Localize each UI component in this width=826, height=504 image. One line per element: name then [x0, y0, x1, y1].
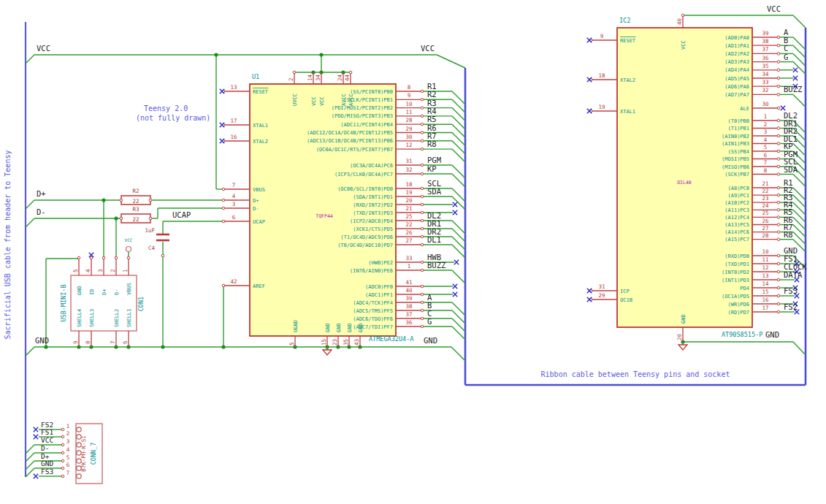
bus-entry [26, 453, 34, 462]
text-label: 36 [405, 319, 413, 326]
pin-endpoint [777, 278, 780, 281]
pin-endpoint [222, 188, 225, 191]
text-label: 5 [66, 454, 70, 461]
text-label: AREF [253, 283, 265, 289]
text-label: XTAL1 [620, 109, 635, 115]
text-label: (ADC7/TDI)PF7 [353, 324, 393, 330]
pin-endpoint [161, 254, 164, 257]
text-label: (AD2)PA2 [724, 51, 749, 57]
text-label: 39 [405, 295, 412, 302]
text-label: PD4 [740, 286, 749, 291]
text-label: (AIN1)PB3 [722, 141, 749, 147]
bus-entry [793, 188, 806, 200]
text-label: (TXD/INT3)PD3 [353, 210, 393, 216]
pin-endpoint [777, 53, 780, 56]
text-label: 18 [405, 181, 413, 188]
pin-endpoint [61, 475, 64, 478]
text-label: 35 [343, 339, 349, 345]
text-label: 11 [405, 109, 412, 115]
text-label: (T1)PB1 [727, 126, 749, 131]
text-label: 43 [353, 339, 360, 345]
bus-entry [26, 200, 34, 209]
text-label: UGND [293, 320, 299, 332]
text-label: 8 [85, 340, 91, 344]
bus-entry [452, 327, 465, 340]
text-label: 12 [762, 264, 768, 271]
text-label: D- [253, 206, 259, 212]
text-label: (RD)PD7 [727, 310, 749, 316]
text-label: (A15)PC7 [724, 237, 749, 243]
text-label: (ADC6/TDO)PF6 [353, 316, 393, 322]
text-label: GND [325, 323, 331, 332]
text-label: 24 [762, 202, 769, 209]
pin-endpoint [777, 270, 780, 273]
text-label: 34 [315, 74, 321, 81]
pin-endpoint [777, 61, 780, 64]
bus-entry [452, 141, 465, 154]
text-label: 4 [66, 446, 70, 453]
net-label-gnd-ic2: GND [765, 330, 779, 339]
text-label: (MISO)PB6 [722, 164, 749, 170]
text-label: 5 [764, 144, 768, 150]
net-label-R1: R1 [427, 82, 437, 91]
net-label-gnd-u1: GND [424, 336, 437, 345]
pin-endpoint [421, 187, 424, 190]
bus-entry [793, 217, 806, 229]
text-label: 30 [405, 134, 413, 140]
text-label: (SS/PCINT0)PB0 [350, 89, 393, 95]
r2-value: 22 [132, 198, 139, 205]
pin-endpoint [777, 36, 780, 39]
text-label: 33 [405, 255, 412, 261]
text-label: (RXD/INT2)PD2 [353, 202, 393, 208]
text-label: (A10)PC2 [724, 200, 749, 206]
text-label: 14 [762, 280, 769, 287]
text-label: 40 [405, 287, 413, 294]
text-label: 28 [762, 232, 769, 239]
text-label: (SCLK/PCINT1)PB1 [344, 97, 393, 103]
net-label-GND: GND [41, 459, 53, 467]
junction-dot [114, 216, 118, 220]
text-label: (HWB)PE2 [368, 260, 393, 266]
text-label: 28 [405, 117, 413, 123]
net-label-FS1: FS1 [41, 428, 53, 436]
text-label: D+ [253, 198, 259, 204]
bus-entry [452, 310, 465, 324]
u1-refdes: U1 [252, 73, 259, 80]
net-label-R3: R3 [427, 99, 437, 107]
pin-endpoint [421, 269, 424, 272]
teensy-note-line2: (not fully drawn) [136, 114, 210, 122]
text-label: (RXD)PD0 [724, 253, 749, 259]
pin-endpoint [115, 256, 118, 259]
text-label: 31 [598, 283, 605, 290]
net-label-R2: R2 [427, 90, 437, 99]
text-label: 8 [764, 167, 768, 174]
text-label: 8 [408, 84, 411, 91]
junction-dot [319, 53, 323, 56]
pin-endpoint [61, 467, 64, 470]
bus-entry [793, 195, 806, 207]
text-label: 2 [288, 77, 294, 81]
text-label: 29 [598, 292, 605, 299]
text-label: 32 [405, 167, 412, 173]
text-label: (SS)PB4 [727, 149, 749, 155]
pin-endpoint [777, 77, 780, 80]
text-label: 3 [232, 201, 236, 207]
pin-endpoint [421, 219, 424, 222]
pin-endpoint [120, 217, 123, 220]
net-label-FS3: FS3 [784, 286, 798, 295]
text-label: RESET [253, 89, 269, 95]
con1-value: USB-MINI-B [60, 284, 67, 321]
text-label: 17 [762, 305, 768, 311]
text-label: 3 [97, 269, 104, 272]
net-label-R7: R7 [427, 131, 437, 140]
bus-entry [26, 347, 34, 356]
text-label: (T0)PB0 [727, 118, 749, 124]
net-label-G: G [784, 53, 788, 61]
ic2-package: DIL40 [677, 180, 692, 186]
wire-segment [437, 55, 465, 68]
text-label: 1 [764, 113, 768, 120]
pin-endpoint [421, 227, 424, 230]
junction-dot [44, 345, 47, 348]
text-label: 35 [762, 63, 768, 69]
text-label: (PDO/MISO/PCINT3)PB3 [332, 113, 393, 119]
